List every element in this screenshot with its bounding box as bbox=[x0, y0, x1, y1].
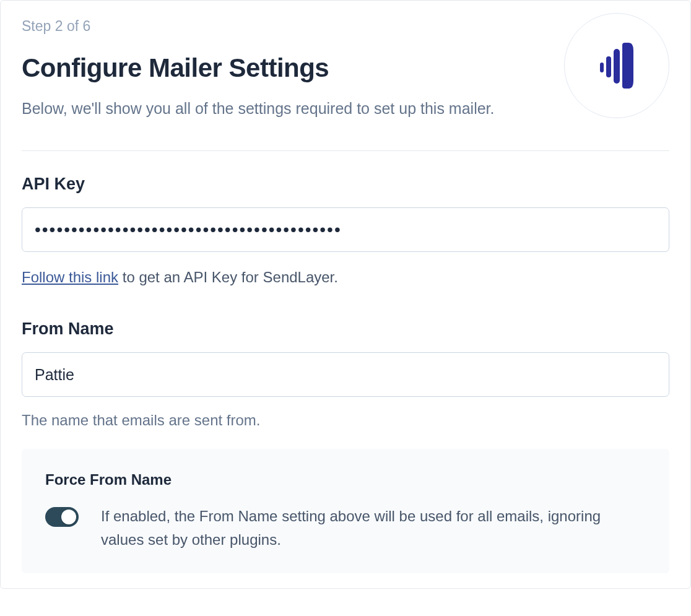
force-from-name-title: Force From Name bbox=[45, 471, 646, 488]
force-from-name-description: If enabled, the From Name setting above … bbox=[101, 505, 646, 550]
force-from-name-toggle[interactable] bbox=[45, 507, 79, 527]
api-key-help-link[interactable]: Follow this link bbox=[22, 269, 118, 285]
api-key-help-text: Follow this link to get an API Key for S… bbox=[22, 267, 669, 288]
page-title: Configure Mailer Settings bbox=[22, 53, 545, 83]
svg-rect-2 bbox=[614, 49, 620, 84]
mailer-settings-page: Step 2 of 6 Configure Mailer Settings Be… bbox=[0, 0, 691, 589]
toggle-knob bbox=[61, 510, 76, 524]
page-header: Step 2 of 6 Configure Mailer Settings Be… bbox=[22, 18, 669, 121]
page-subtitle: Below, we'll show you all of the setting… bbox=[22, 97, 545, 121]
mailer-logo-badge bbox=[564, 13, 669, 118]
sendlayer-logo-icon bbox=[600, 43, 633, 89]
from-name-field-group: From Name The name that emails are sent … bbox=[22, 319, 669, 573]
api-key-input[interactable] bbox=[22, 207, 669, 252]
force-from-name-row: If enabled, the From Name setting above … bbox=[45, 505, 646, 550]
from-name-label: From Name bbox=[22, 319, 669, 339]
svg-rect-0 bbox=[600, 63, 604, 72]
from-name-input[interactable] bbox=[22, 352, 669, 397]
api-key-help-suffix: to get an API Key for SendLayer. bbox=[118, 269, 338, 285]
force-from-name-panel: Force From Name If enabled, the From Nam… bbox=[22, 449, 669, 573]
step-indicator: Step 2 of 6 bbox=[22, 18, 545, 35]
from-name-description: The name that emails are sent from. bbox=[22, 412, 669, 429]
svg-rect-1 bbox=[606, 56, 611, 77]
api-key-field-group: API Key Follow this link to get an API K… bbox=[22, 175, 669, 288]
api-key-label: API Key bbox=[22, 175, 669, 194]
section-divider bbox=[22, 150, 669, 151]
